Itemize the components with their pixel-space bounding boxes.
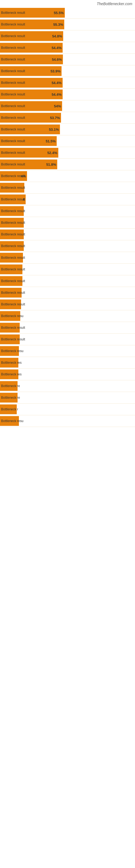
bar-fill: Bottleneck result54.4%	[0, 78, 63, 88]
bar-row-35: Bottleneck resu	[0, 415, 135, 427]
bar-row-31: Bottleneck res	[0, 369, 135, 380]
bar-label: Bottleneck res	[1, 361, 21, 365]
bar-label: Bottleneck re	[1, 396, 20, 400]
bar-row-32: Bottleneck re	[0, 380, 135, 392]
bar-label: Bottleneck result	[1, 162, 25, 166]
bar-row-22: Bottleneck result	[0, 264, 135, 275]
bar-fill: Bottleneck result51.8%	[0, 159, 57, 169]
bar-fill: Bottleneck r	[0, 404, 17, 414]
bar-label: Bottleneck result	[1, 58, 25, 61]
bar-fill: Bottleneck resu	[0, 416, 19, 426]
bar-label: Bottleneck result	[1, 81, 25, 85]
bar-row-2: Bottleneck result54.8%	[0, 30, 135, 42]
bar-label: Bottleneck result	[1, 232, 25, 236]
bar-label: Bottleneck result	[1, 291, 25, 294]
bar-label: Bottleneck result	[1, 244, 25, 248]
bar-label: Bottleneck r	[1, 407, 18, 411]
bar-value: 54.4%	[52, 93, 61, 97]
bar-row-14: Bottleneck result4%	[0, 170, 135, 182]
bar-fill: Bottleneck result	[0, 253, 23, 262]
bar-row-34: Bottleneck r	[0, 404, 135, 415]
bar-fill: Bottleneck result54.4%	[0, 43, 63, 53]
bar-fill: Bottleneck result	[0, 288, 21, 298]
bar-fill: Bottleneck result53.1%	[0, 124, 60, 134]
bar-value: 51.5%	[46, 139, 56, 143]
bar-row-11: Bottleneck result51.5%	[0, 135, 135, 147]
bar-row-25: Bottleneck result	[0, 299, 135, 310]
bar-value: 53.9%	[50, 69, 60, 73]
bar-row-7: Bottleneck result54.4%	[0, 89, 135, 100]
bar-label: Bottleneck result	[1, 46, 25, 50]
bar-row-1: Bottleneck result55.3%	[0, 19, 135, 30]
bar-value: 52.4%	[47, 151, 57, 155]
bar-fill: Bottleneck result	[0, 229, 24, 239]
bar-label: Bottleneck result	[1, 279, 25, 283]
bar-fill: Bottleneck result	[0, 241, 24, 251]
bar-label: Bottleneck result	[1, 93, 25, 96]
site-title: TheBottlenecker.com	[0, 0, 135, 7]
bar-value: 55.5%	[54, 11, 64, 15]
bar-fill: Bottleneck result54.6%	[0, 55, 63, 64]
bar-value: 54.8%	[52, 34, 62, 38]
bar-label: Bottleneck result	[1, 69, 25, 73]
bar-label: Bottleneck result	[1, 11, 25, 14]
bar-row-15: Bottleneck result	[0, 182, 135, 194]
bar-label: Bottleneck result	[1, 221, 25, 225]
bar-row-10: Bottleneck result53.1%	[0, 124, 135, 135]
bar-fill: Bottleneck result	[0, 218, 24, 227]
bar-row-17: Bottleneck result	[0, 205, 135, 217]
bar-fill: Bottleneck result	[0, 206, 24, 216]
bar-fill: Bottleneck result	[0, 300, 21, 309]
bar-label: Bottleneck result	[1, 34, 25, 38]
bar-label: Bottleneck result	[1, 116, 25, 120]
bar-row-27: Bottleneck result	[0, 322, 135, 334]
bar-fill: Bottleneck res	[0, 358, 18, 368]
bar-row-19: Bottleneck result	[0, 229, 135, 240]
bar-fill: Bottleneck result53.9%	[0, 66, 61, 76]
bar-fill: Bottleneck result	[0, 183, 24, 193]
bar-row-26: Bottleneck resu	[0, 310, 135, 322]
bar-row-21: Bottleneck result	[0, 252, 135, 264]
bar-value: 54%	[54, 104, 61, 108]
bar-label: Bottleneck resu	[1, 314, 24, 318]
bar-label: Bottleneck result	[1, 337, 25, 341]
bar-fill: Bottleneck res	[0, 369, 18, 379]
bar-label: Bottleneck resu	[1, 419, 24, 423]
bar-fill: Bottleneck result	[0, 323, 20, 333]
bar-label: Bottleneck result	[1, 151, 25, 155]
bar-row-4: Bottleneck result54.6%	[0, 54, 135, 65]
bar-row-20: Bottleneck result	[0, 240, 135, 252]
header: TheBottlenecker.com	[0, 0, 135, 7]
bar-row-30: Bottleneck res	[0, 357, 135, 369]
bar-fill: Bottleneck result	[0, 276, 22, 286]
bar-value: 55.3%	[53, 23, 63, 27]
bar-row-13: Bottleneck result51.8%	[0, 159, 135, 170]
bar-row-9: Bottleneck result53.7%	[0, 112, 135, 124]
bar-label: Bottleneck res	[1, 372, 21, 376]
bar-fill: Bottleneck result54.8%	[0, 31, 63, 41]
bar-row-28: Bottleneck result	[0, 334, 135, 345]
bar-row-3: Bottleneck result54.4%	[0, 42, 135, 54]
bar-fill: Bottleneck result54.4%	[0, 90, 63, 99]
bar-row-0: Bottleneck result55.5%	[0, 7, 135, 19]
bar-label: Bottleneck result	[1, 209, 25, 213]
bar-value: 54.4%	[52, 46, 61, 50]
bar-fill: Bottleneck result53.7%	[0, 113, 61, 123]
bar-label: Bottleneck result	[1, 139, 25, 143]
bar-fill: Bottleneck resu	[0, 311, 20, 321]
bar-label: Bottleneck result	[1, 104, 25, 108]
bar-value: 53.1%	[49, 127, 59, 131]
bar-label: Bottleneck result	[1, 197, 25, 201]
bar-row-23: Bottleneck result	[0, 275, 135, 287]
bar-label: Bottleneck result	[1, 268, 25, 271]
bar-fill: Bottleneck result	[0, 265, 22, 274]
bar-row-6: Bottleneck result54.4%	[0, 77, 135, 89]
bar-fill: Bottleneck re	[0, 393, 17, 403]
bar-label: Bottleneck re	[1, 384, 20, 388]
bar-label: Bottleneck result	[1, 326, 25, 330]
bar-label: Bottleneck result	[1, 127, 25, 131]
bar-label: Bottleneck result	[1, 303, 25, 306]
bar-fill: Bottleneck result54%	[0, 101, 62, 111]
bar-label: Bottleneck resu	[1, 349, 24, 353]
bar-fill: Bottleneck result55.3%	[0, 20, 64, 29]
